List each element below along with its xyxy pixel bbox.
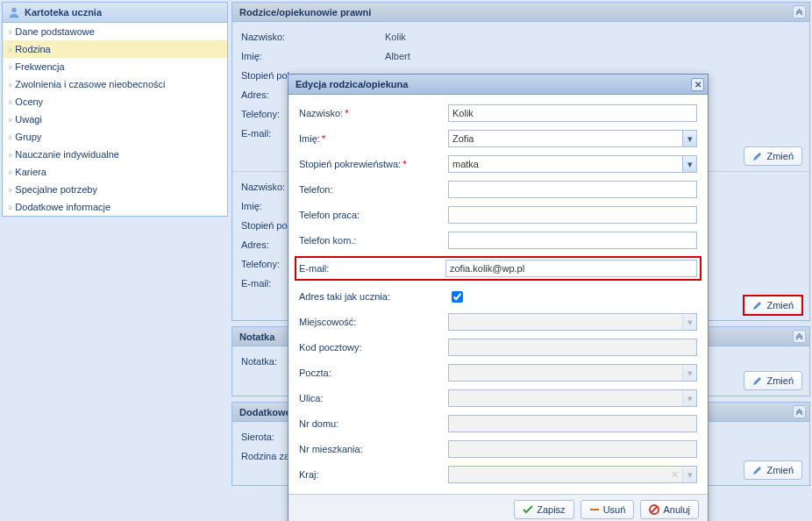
chevron-icon: ›› xyxy=(8,26,11,37)
close-icon[interactable]: ✕ xyxy=(691,78,704,91)
parent1-surname: Kolik xyxy=(381,31,557,43)
city-select xyxy=(448,313,697,331)
sidebar-item[interactable]: ››Rodzina xyxy=(3,40,227,58)
chevron-down-icon: ▾ xyxy=(682,365,696,381)
sidebar-title: Kartoteka ucznia xyxy=(3,3,227,23)
sidebar-item-label: Oceny xyxy=(15,96,43,107)
student-icon xyxy=(8,6,20,18)
phone-mobile-input[interactable] xyxy=(448,232,697,249)
sidebar-item[interactable]: ››Oceny xyxy=(3,93,227,111)
sidebar-item[interactable]: ››Dane podstawowe xyxy=(3,23,227,40)
sidebar-item-label: Zwolnienia i czasowe nieobecności xyxy=(15,79,165,89)
surname-input[interactable] xyxy=(448,104,697,122)
sidebar-item[interactable]: ››Nauczanie indywidualne xyxy=(3,146,227,163)
change-parent2-button[interactable]: Zmień xyxy=(744,296,802,315)
chevron-icon: ›› xyxy=(8,167,11,177)
sidebar-item[interactable]: ››Zwolnienia i czasowe nieobecności xyxy=(3,75,227,93)
pencil-icon xyxy=(752,300,763,310)
house-input xyxy=(448,415,697,432)
edit-guardian-dialog: Edycja rodzica/opiekuna ✕ Nazwisko:* Imi… xyxy=(288,74,709,521)
sidebar-item[interactable]: ››Uwagi xyxy=(3,111,227,128)
sidebar-item-label: Uwagi xyxy=(15,114,42,125)
phone-work-input[interactable] xyxy=(448,206,697,224)
change-parent1-button[interactable]: Zmień xyxy=(744,146,802,166)
chevron-down-icon: ▾ xyxy=(682,467,696,482)
chevron-icon: ›› xyxy=(8,149,11,160)
pencil-icon xyxy=(752,465,763,475)
stop-icon xyxy=(649,504,659,515)
phone-input[interactable] xyxy=(448,181,697,198)
street-select xyxy=(448,389,697,407)
post-select xyxy=(448,364,697,382)
svg-line-3 xyxy=(652,507,658,513)
change-note-button[interactable]: Zmień xyxy=(744,371,802,390)
sidebar-item[interactable]: ››Specjalne potrzeby xyxy=(3,181,227,198)
svg-rect-1 xyxy=(590,509,599,510)
chevron-icon: ›› xyxy=(8,61,11,72)
pencil-icon xyxy=(752,151,763,161)
relation-select[interactable] xyxy=(448,155,697,173)
chevron-icon: ›› xyxy=(8,79,11,89)
sidebar-item-label: Dodatkowe informacje xyxy=(15,202,110,212)
chevron-down-icon[interactable]: ▾ xyxy=(682,156,696,172)
sidebar-title-text: Kartoteka ucznia xyxy=(25,7,102,18)
sidebar-item[interactable]: ››Dodatkowe informacje xyxy=(3,198,227,216)
zip-input xyxy=(448,339,697,356)
address-same-checkbox[interactable] xyxy=(452,291,463,303)
sidebar-item-label: Kariera xyxy=(15,167,46,177)
chevron-icon: ›› xyxy=(8,202,11,212)
chevron-icon: ›› xyxy=(8,114,11,125)
chevron-icon: ›› xyxy=(8,184,11,195)
parents-panel-header: Rodzice/opiekunowie prawni xyxy=(232,3,809,22)
sidebar-item-label: Rodzina xyxy=(15,44,50,54)
sidebar-item[interactable]: ››Kariera xyxy=(3,163,227,181)
svg-point-0 xyxy=(11,8,16,12)
cancel-button[interactable]: Anuluj xyxy=(640,500,699,519)
chevron-icon: ›› xyxy=(8,132,11,142)
change-extra-button[interactable]: Zmień xyxy=(744,460,802,480)
pencil-icon xyxy=(752,375,763,386)
parent1-name: Albert xyxy=(381,50,557,62)
sidebar-item-label: Dane podstawowe xyxy=(15,26,95,37)
sidebar-item-label: Grupy xyxy=(15,132,41,142)
collapse-icon[interactable] xyxy=(793,330,806,343)
email-input[interactable] xyxy=(445,260,697,277)
sidebar-item[interactable]: ››Frekwencja xyxy=(3,58,227,75)
save-button[interactable]: Zapisz xyxy=(514,500,573,519)
sidebar-item-label: Frekwencja xyxy=(15,61,64,72)
collapse-icon[interactable] xyxy=(793,405,806,418)
chevron-icon: ›› xyxy=(8,44,11,54)
sidebar-item[interactable]: ››Grupy xyxy=(3,128,227,146)
country-select xyxy=(448,466,697,483)
name-input[interactable] xyxy=(448,130,697,147)
flat-input xyxy=(448,440,697,458)
delete-button[interactable]: Usuń xyxy=(581,500,635,519)
check-icon xyxy=(523,504,533,515)
minus-icon xyxy=(589,504,600,515)
sidebar-item-label: Specjalne potrzeby xyxy=(15,184,97,195)
collapse-icon[interactable] xyxy=(793,5,806,18)
chevron-down-icon: ▾ xyxy=(682,390,696,406)
chevron-down-icon: ▾ xyxy=(682,314,696,330)
dialog-title: Edycja rodzica/opiekuna ✕ xyxy=(288,75,708,95)
chevron-icon: ›› xyxy=(8,96,11,107)
sidebar-panel: Kartoteka ucznia ››Dane podstawowe››Rodz… xyxy=(2,2,228,217)
chevron-down-icon[interactable]: ▾ xyxy=(682,131,696,146)
clear-icon: ✕ xyxy=(667,467,681,482)
sidebar-item-label: Nauczanie indywidualne xyxy=(15,149,119,160)
